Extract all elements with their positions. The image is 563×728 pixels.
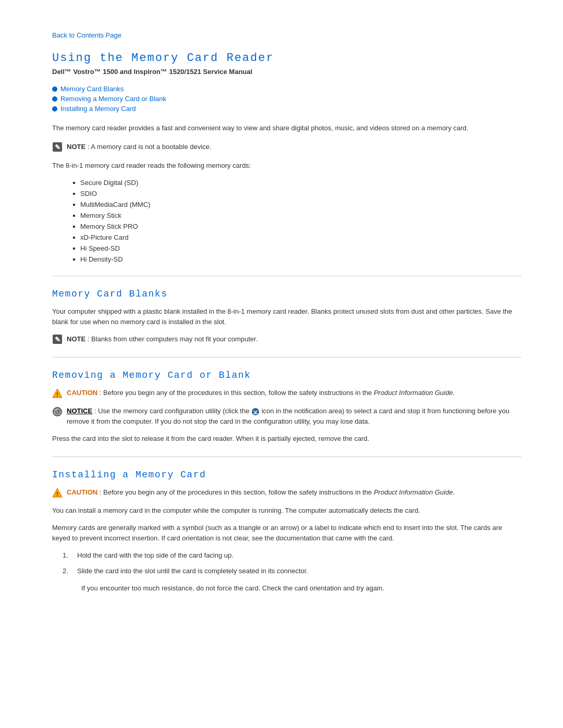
caution-installing: ! CAUTION : Before you begin any of the … [52,487,521,498]
list-item: Hi Speed-SD [73,244,521,252]
intro-text: The memory card reader provides a fast a… [52,123,521,133]
list-item: Secure Digital (SD) [73,179,521,187]
list-item: SDIO [73,190,521,198]
caution-removing: ! CAUTION : Before you begin any of the … [52,388,521,399]
note-icon: ✎ [52,142,63,152]
installing-detail-text: Memory cards are generally marked with a… [52,523,521,543]
note-blanks: ✎ NOTE : Blanks from other computers may… [52,334,521,344]
list-bullet-icon [73,226,75,228]
installing-sub-note: If you encounter too much resistance, do… [81,583,521,594]
list-bullet-icon [73,204,75,206]
memory-card-list: Secure Digital (SD) SDIO MultiMediaCard … [73,179,521,263]
tray-icon [251,408,260,416]
list-bullet-icon [73,215,75,217]
section-title-installing: Installing a Memory Card [52,470,521,480]
section-title-blanks: Memory Card Blanks [52,289,521,299]
section-divider [52,456,521,457]
notice-body: : Use the memory card configuration util… [67,407,509,425]
blanks-intro-text: Your computer shipped with a plastic bla… [52,306,521,327]
note-label: NOTE [67,335,85,343]
svg-text:!: ! [56,491,58,497]
svg-text:✎: ✎ [55,336,60,343]
caution-label: CAUTION [67,389,97,397]
list-bullet-icon [73,258,75,261]
notice-label: NOTICE [67,407,92,415]
note-bootable: ✎ NOTE : A memory card is not a bootable… [52,142,521,152]
list-bullet-icon [73,193,75,195]
note-label: NOTE [67,143,85,151]
svg-text:!: ! [56,391,58,398]
list-bullet-icon [73,182,75,184]
toc-link-installing[interactable]: Installing a Memory Card [60,105,136,113]
step-number: 2. [63,566,73,576]
table-of-contents: Memory Card Blanks Removing a Memory Car… [52,85,521,113]
svg-text:↺: ↺ [55,409,60,416]
list-bullet-icon [73,248,75,250]
back-to-contents-link[interactable]: Back to Contents Page [52,31,521,39]
list-bullet-icon [73,237,75,239]
installing-steps: 1. Hold the card with the top side of th… [63,550,521,576]
notice-circle-icon: ↺ [52,406,63,417]
note-icon: ✎ [52,334,63,344]
page-subtitle: Dell™ Vostro™ 1500 and Inspiron™ 1520/15… [52,68,521,76]
notice-removing: ↺ NOTICE : Use the memory card configura… [52,406,521,426]
caution-triangle-icon: ! [52,488,63,498]
svg-rect-10 [253,413,258,414]
list-item: Hi Density-SD [73,255,521,263]
installing-intro-text: You can install a memory card in the com… [52,505,521,516]
caution-body: : Before you begin any of the procedures… [100,488,455,496]
caution-label: CAUTION [67,488,97,496]
card-list-intro: The 8-in-1 memory card reader reads the … [52,161,521,171]
section-divider [52,357,521,357]
toc-item-installing: Installing a Memory Card [52,105,521,113]
list-item: 2. Slide the card into the slot until th… [63,566,521,576]
note-body: : Blanks from other computers may not fi… [88,335,258,343]
section-divider [52,276,521,276]
step-text: Slide the card into the slot until the c… [77,566,308,576]
toc-link-blanks[interactable]: Memory Card Blanks [60,85,124,93]
list-item: MultiMediaCard (MMC) [73,201,521,208]
toc-bullet-icon [52,106,57,112]
list-item: Memory Stick PRO [73,223,521,230]
caution-triangle-icon: ! [52,388,63,399]
toc-item-blanks: Memory Card Blanks [52,85,521,93]
toc-bullet-icon [52,87,57,92]
svg-text:✎: ✎ [55,143,60,151]
removing-text: Press the card into the slot to release … [52,434,521,444]
list-item: xD-Picture Card [73,233,521,241]
caution-body: : Before you begin any of the procedures… [100,389,455,397]
list-item: Memory Stick [73,212,521,219]
section-title-removing: Removing a Memory Card or Blank [52,370,521,380]
note-body: : A memory card is not a bootable device… [88,143,212,151]
svg-point-9 [252,408,259,415]
toc-bullet-icon [52,96,57,102]
page-title: Using the Memory Card Reader [52,52,521,65]
toc-item-removing: Removing a Memory Card or Blank [52,95,521,103]
step-text: Hold the card with the top side of the c… [77,550,234,561]
toc-link-removing[interactable]: Removing a Memory Card or Blank [60,95,166,103]
step-number: 1. [63,550,73,561]
list-item: 1. Hold the card with the top side of th… [63,550,521,561]
